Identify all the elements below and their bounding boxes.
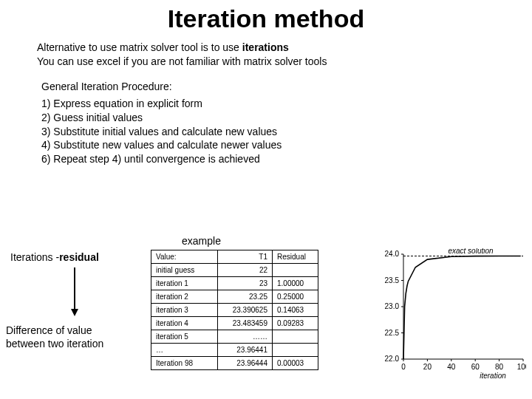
table-row: iteration 423.4834590.09283 [151, 317, 318, 330]
svg-text:iteration: iteration [480, 372, 506, 380]
table-row: …23.96441 [151, 344, 318, 357]
intro-block: Alternative to use matrix solver tool is… [37, 41, 532, 69]
step-5: 6) Repeat step 4) until convergence is a… [41, 152, 532, 166]
page-title: Iteration method [0, 4, 532, 33]
step-3: 3) Substitute initial values and calcula… [41, 125, 532, 139]
arrow-down-icon [74, 267, 75, 315]
svg-text:40: 40 [447, 363, 456, 371]
table-header-row: Value: T1 Residual [151, 250, 318, 264]
svg-text:24.0: 24.0 [385, 250, 400, 258]
intro-line1a: Alternative to use matrix solver tool is… [37, 41, 242, 53]
step-4: 4) Substitute new values and calculate n… [41, 138, 532, 152]
svg-text:23.5: 23.5 [385, 276, 400, 284]
svg-text:80: 80 [495, 363, 504, 371]
chart-svg: 22.022.523.023.524.0020406080100exact so… [378, 248, 526, 381]
iterations-word: Iterations - [10, 251, 59, 263]
col-value: Value: [151, 250, 218, 264]
intro-iterations-word: iterations [242, 41, 289, 53]
residual-word: residual [59, 251, 99, 263]
svg-text:60: 60 [471, 363, 480, 371]
step-1: 1) Express equation in explicit form [41, 97, 532, 111]
svg-text:23.0: 23.0 [385, 302, 400, 310]
col-residual: Residual [273, 250, 318, 264]
svg-text:100: 100 [517, 363, 526, 371]
intro-line2: You can use excel if you are not familia… [37, 55, 327, 67]
step-2: 2) Guess initial values [41, 111, 532, 125]
iteration-table: Value: T1 Residual initial guess22 itera… [151, 250, 318, 370]
section-heading: General Iteration Procedure: [41, 81, 532, 92]
iterations-residual-label: Iterations -residual [10, 251, 99, 263]
table-row: initial guess22 [151, 264, 318, 277]
table-row: iteration 323.3906250.14063 [151, 304, 318, 317]
col-t1: T1 [218, 250, 273, 264]
table-row: iteration 1231.00000 [151, 277, 318, 290]
convergence-chart: 22.022.523.023.524.0020406080100exact so… [378, 248, 526, 381]
table-row: Iteration 9823.964440.00003 [151, 357, 318, 370]
example-label: example [182, 235, 221, 247]
steps-block: 1) Express equation in explicit form 2) … [41, 97, 532, 166]
svg-text:22.0: 22.0 [385, 355, 400, 363]
svg-text:exact solution: exact solution [448, 248, 494, 255]
difference-label: Difference of value between two iteratio… [6, 324, 132, 350]
svg-text:22.5: 22.5 [385, 329, 400, 337]
svg-text:20: 20 [423, 363, 432, 371]
table-row: iteration 5…… [151, 330, 318, 344]
table-row: iteration 223.250.25000 [151, 290, 318, 304]
svg-text:0: 0 [401, 363, 406, 371]
